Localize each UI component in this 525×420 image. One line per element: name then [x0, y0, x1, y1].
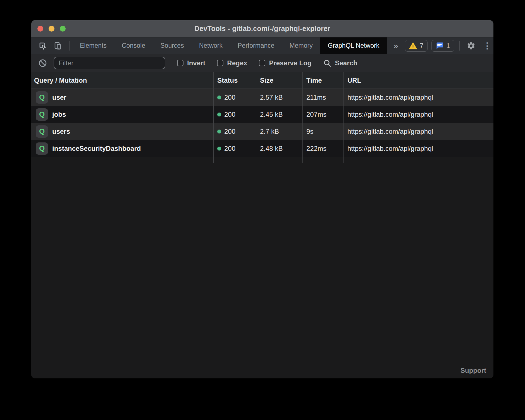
- query-name: users: [52, 128, 70, 135]
- tab-strip: ElementsConsoleSourcesNetworkPerformance…: [72, 37, 387, 54]
- size-cell: 2.48 kB: [256, 140, 302, 157]
- controls-divider: [459, 41, 460, 51]
- query-cell[interactable]: Q users: [31, 123, 213, 140]
- size-cell: 2.7 kB: [256, 123, 302, 140]
- tab-memory[interactable]: Memory: [282, 37, 320, 54]
- invert-checkbox-group[interactable]: Invert: [177, 59, 205, 67]
- devtools-tab-bar: ElementsConsoleSourcesNetworkPerformance…: [31, 37, 493, 54]
- search-icon: [323, 59, 331, 67]
- url-cell: https://gitlab.com/api/graphql: [343, 123, 493, 140]
- tab-elements[interactable]: Elements: [72, 37, 114, 54]
- query-type-badge: Q: [36, 125, 48, 138]
- time-cell: 211ms: [302, 89, 343, 106]
- minimize-button[interactable]: [49, 26, 54, 32]
- warning-icon: [409, 42, 417, 49]
- size-cell: 2.57 kB: [256, 89, 302, 106]
- status-cell: 200: [213, 89, 256, 106]
- warning-count: 7: [420, 42, 423, 50]
- table-row[interactable]: Q user 200 2.57 kB 211ms https://gitlab.…: [31, 89, 493, 106]
- url-cell: https://gitlab.com/api/graphql: [343, 89, 493, 106]
- query-cell[interactable]: Q jobs: [31, 106, 213, 123]
- support-link[interactable]: Support: [460, 367, 486, 374]
- preserve-log-checkbox-group[interactable]: Preserve Log: [259, 59, 311, 67]
- table-row[interactable]: Q jobs 200 2.45 kB 207ms https://gitlab.…: [31, 106, 493, 123]
- query-name: instanceSecurityDashboard: [52, 145, 141, 152]
- size-cell: 2.45 kB: [256, 106, 302, 123]
- regex-checkbox[interactable]: [217, 60, 223, 66]
- devtools-window: DevTools - gitlab.com/-/graphql-explorer: [31, 20, 493, 378]
- table-row[interactable]: Q instanceSecurityDashboard 200 2.48 kB …: [31, 140, 493, 157]
- message-count: 1: [446, 42, 450, 50]
- query-type-badge: Q: [36, 142, 48, 155]
- issues-warning-button[interactable]: 7: [405, 40, 428, 52]
- status-dot-icon: [217, 113, 221, 116]
- close-button[interactable]: [37, 26, 43, 32]
- table-header: Query / Mutation Status Size Time URL: [31, 72, 493, 89]
- invert-checkbox[interactable]: [177, 60, 183, 66]
- zoom-button[interactable]: [60, 26, 66, 32]
- column-header-status[interactable]: Status: [213, 72, 256, 89]
- time-cell: 9s: [302, 123, 343, 140]
- tab-performance[interactable]: Performance: [230, 37, 282, 54]
- query-cell[interactable]: Q user: [31, 89, 213, 106]
- regex-checkbox-group[interactable]: Regex: [217, 59, 247, 67]
- status-cell: 200: [213, 140, 256, 157]
- status-code: 200: [224, 111, 235, 118]
- gear-icon[interactable]: [465, 40, 478, 52]
- chevrons-right-icon: »: [393, 41, 398, 51]
- url-cell: https://gitlab.com/api/graphql: [343, 106, 493, 123]
- inspect-cursor-icon[interactable]: [36, 40, 49, 52]
- table-row[interactable]: Q users 200 2.7 kB 9s https://gitlab.com…: [31, 123, 493, 140]
- tab-network[interactable]: Network: [192, 37, 230, 54]
- overflow-menu-icon[interactable]: ⋮: [481, 41, 493, 51]
- block-icon[interactable]: [36, 57, 49, 69]
- time-cell: 222ms: [302, 140, 343, 157]
- query-cell[interactable]: Q instanceSecurityDashboard: [31, 140, 213, 157]
- toolbar-divider: [69, 41, 70, 51]
- status-code: 200: [224, 94, 235, 101]
- status-cell: 200: [213, 106, 256, 123]
- invert-label: Invert: [187, 59, 205, 67]
- search-label: Search: [335, 59, 357, 67]
- query-type-badge: Q: [36, 91, 48, 104]
- status-dot-icon: [217, 147, 221, 151]
- status-cell: 200: [213, 123, 256, 140]
- tab-console[interactable]: Console: [114, 37, 153, 54]
- column-header-url[interactable]: URL: [343, 72, 493, 89]
- status-code: 200: [224, 128, 235, 135]
- title-bar: DevTools - gitlab.com/-/graphql-explorer: [31, 20, 493, 37]
- column-header-size[interactable]: Size: [256, 72, 302, 89]
- preserve-log-label: Preserve Log: [269, 59, 311, 67]
- column-line-stub: [31, 157, 493, 163]
- url-cell: https://gitlab.com/api/graphql: [343, 140, 493, 157]
- status-dot-icon: [217, 96, 221, 99]
- column-header-time[interactable]: Time: [302, 72, 343, 89]
- chat-bubble-icon: [436, 42, 443, 49]
- regex-label: Regex: [227, 59, 247, 67]
- more-tabs-button[interactable]: »: [387, 37, 405, 54]
- status-code: 200: [224, 145, 235, 152]
- time-cell: 207ms: [302, 106, 343, 123]
- search-button[interactable]: Search: [323, 59, 357, 67]
- query-name: jobs: [52, 111, 66, 118]
- window-title: DevTools - gitlab.com/-/graphql-explorer: [194, 25, 330, 33]
- device-toolbar-icon[interactable]: [51, 40, 64, 52]
- table-body: Q user 200 2.57 kB 211ms https://gitlab.…: [31, 89, 493, 157]
- status-dot-icon: [217, 130, 221, 133]
- traffic-lights: [37, 20, 66, 37]
- query-name: user: [52, 94, 66, 101]
- issues-message-button[interactable]: 1: [431, 40, 454, 52]
- tab-sources[interactable]: Sources: [153, 37, 191, 54]
- tab-graphql-network[interactable]: GraphQL Network: [320, 37, 387, 54]
- preserve-log-checkbox[interactable]: [259, 60, 265, 66]
- filter-toolbar: Invert Regex Preserve Log Search: [31, 54, 493, 72]
- filter-input[interactable]: [54, 57, 165, 69]
- panel-body: Support: [31, 163, 493, 378]
- query-type-badge: Q: [36, 108, 48, 121]
- column-header-query-mutation[interactable]: Query / Mutation: [31, 72, 213, 89]
